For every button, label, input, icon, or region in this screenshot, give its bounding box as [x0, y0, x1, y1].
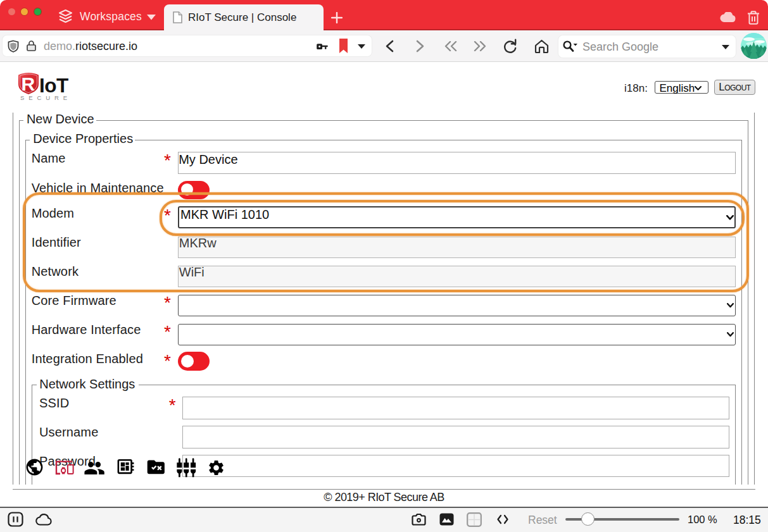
svg-text:IoT: IoT [39, 74, 68, 97]
svg-text:R: R [22, 73, 35, 94]
svg-text:SECURE: SECURE [20, 94, 72, 101]
